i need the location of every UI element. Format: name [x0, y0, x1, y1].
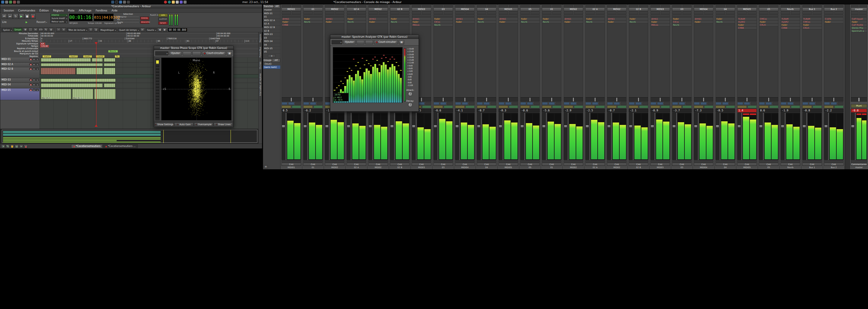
processor-entry[interactable]: Fader — [369, 21, 388, 24]
strip-gain-display[interactable]: -2.1 — [629, 109, 648, 113]
strip-toggle-button[interactable] — [661, 105, 670, 108]
loop-button[interactable]: ↻ — [13, 13, 19, 19]
strip-gain-display[interactable]: -1.9 — [781, 109, 800, 113]
zoom-focus-combo[interactable]: Tête de lecture — [67, 28, 88, 32]
save-preset-button[interactable] — [183, 51, 191, 56]
feedback-icon[interactable]: ▤ — [15, 144, 19, 148]
strip-toggle-button[interactable] — [682, 105, 692, 108]
terminal-icon[interactable] — [115, 1, 118, 4]
solo-button[interactable]: s — [36, 63, 39, 65]
group-tab[interactable]: Aff — [272, 59, 280, 62]
strip-toggle-button[interactable] — [520, 102, 526, 105]
track-name[interactable]: MIDI 05 — [1, 89, 11, 91]
strip-io-button[interactable] — [682, 11, 692, 14]
strip-gain-display[interactable]: -0.8 — [802, 109, 822, 113]
scope-toggle-button[interactable]: Show Settings — [155, 122, 174, 127]
processor-entry[interactable]: Fader — [390, 18, 409, 21]
strip-name-button[interactable]: Bus 2 — [824, 7, 844, 11]
strip-fader[interactable] — [781, 113, 784, 160]
scope-toggle-button[interactable]: Draw Lines — [214, 122, 233, 127]
strip-mini-button[interactable] — [617, 5, 627, 7]
strip-toggle-button[interactable] — [621, 102, 627, 105]
editor-side-tab[interactable]: Intervalles et repères — [259, 73, 261, 96]
solo-badge[interactable]: solo — [158, 13, 168, 17]
strip-input-button[interactable] — [629, 15, 648, 17]
metronome-icon[interactable]: ◔ — [1, 144, 5, 148]
strip-toggle-button[interactable] — [422, 105, 432, 108]
strip-io-button[interactable] — [769, 11, 779, 14]
nudge-back-icon[interactable]: ◀ — [158, 28, 162, 32]
strip-input-button[interactable] — [737, 15, 757, 17]
delete-preset-button[interactable] — [365, 40, 373, 44]
strip-list-item[interactable]: master — [263, 8, 280, 12]
strip-toggle-button[interactable] — [498, 105, 508, 108]
strip-mini-button[interactable] — [292, 5, 301, 7]
strip-toggle-button[interactable] — [639, 105, 649, 108]
pan-control[interactable] — [650, 97, 670, 102]
strip-fader[interactable] — [672, 113, 676, 160]
audition-icon[interactable]: ✋ — [10, 144, 14, 148]
strip-io-button[interactable] — [422, 11, 432, 14]
strip-mini-button[interactable] — [704, 5, 714, 7]
strip-toggle-button[interactable] — [477, 105, 487, 108]
strip-mini-button[interactable] — [851, 5, 859, 7]
strip-input-button[interactable] — [303, 15, 323, 17]
strip-io-button[interactable] — [390, 11, 400, 14]
processor-box[interactable]: drmk1FaderCIfBB — [281, 17, 301, 97]
ruler-label[interactable]: Mesures:Temps — [0, 40, 39, 42]
strip-mini-button[interactable] — [715, 5, 725, 7]
processor-entry[interactable]: Revrb — [716, 21, 735, 24]
strip-mini-button[interactable] — [639, 5, 649, 7]
strip-io-button[interactable] — [747, 11, 757, 14]
strip-mini-button[interactable] — [759, 5, 769, 7]
strip-mini-button[interactable] — [281, 5, 291, 7]
midi-region[interactable] — [41, 83, 103, 87]
fit-tracks-icon[interactable]: ⇳ — [89, 28, 93, 32]
selection-row[interactable]: Durée — [117, 21, 139, 24]
goto-start-button[interactable]: ⏮ — [1, 13, 7, 19]
strip-input-button[interactable] — [781, 15, 800, 17]
editor-side-tab[interactable]: Clichés — [259, 61, 261, 69]
strip-input-button[interactable] — [542, 15, 561, 17]
track-name[interactable]: MIDI 02 A — [1, 63, 13, 66]
strip-io-button[interactable] — [715, 11, 725, 14]
processor-entry[interactable]: CMCss — [759, 18, 778, 21]
group-tab[interactable]: Groupe — [263, 59, 272, 62]
strip-toggle-button[interactable] — [759, 105, 769, 108]
session-tab[interactable]: ▲*Cocotiersemeutiers — [71, 144, 102, 148]
strip-input-button[interactable] — [455, 15, 475, 17]
strip-toggle-button[interactable] — [744, 102, 750, 105]
processor-entry[interactable]: CIfBB — [781, 27, 800, 30]
record-enable-button[interactable]: ● — [29, 58, 32, 60]
comment-button[interactable]: Cmt — [650, 163, 670, 166]
processor-entry[interactable]: drmk1 — [694, 18, 713, 21]
selection-row[interactable]: Démarrer — [117, 16, 139, 18]
pan-control[interactable] — [851, 97, 867, 102]
strip-toggle-button[interactable] — [794, 102, 800, 105]
pan-control[interactable] — [477, 97, 496, 102]
tray-icon[interactable] — [168, 1, 171, 4]
location-marker[interactable]: mark4 — [96, 55, 104, 58]
strip-name-button[interactable]: 05 — [759, 7, 778, 11]
strip-io-button[interactable] — [487, 11, 497, 14]
strip-mini-button[interactable] — [802, 5, 812, 7]
processor-entry[interactable]: Fader — [564, 21, 583, 24]
strip-toggle-button[interactable] — [751, 102, 757, 105]
strip-fader[interactable] — [759, 113, 763, 160]
processor-entry[interactable]: drmk1 — [325, 18, 344, 21]
auto-return-combo[interactable]: Retour auto — [50, 20, 68, 23]
strip-name-button[interactable]: MIDI05 — [498, 7, 518, 11]
strip-toggle-button[interactable] — [672, 105, 682, 108]
strip-mini-button[interactable] — [672, 5, 682, 7]
plugin-pin-icon[interactable]: ▦ — [399, 40, 404, 44]
strip-fader[interactable] — [737, 113, 741, 160]
grab-tool-icon[interactable]: ✥ — [23, 28, 27, 32]
pan-control[interactable] — [759, 97, 778, 102]
strip-toggle-button[interactable] — [520, 105, 530, 108]
strip-mini-button[interactable] — [859, 5, 867, 7]
strip-toggle-button[interactable] — [292, 105, 301, 108]
strip-fader[interactable] — [585, 113, 589, 160]
snap-mode-combo[interactable]: Magnétique — [99, 28, 116, 32]
strip-toggle-button[interactable] — [530, 105, 540, 108]
strip-name-button[interactable]: 03 — [672, 7, 692, 11]
